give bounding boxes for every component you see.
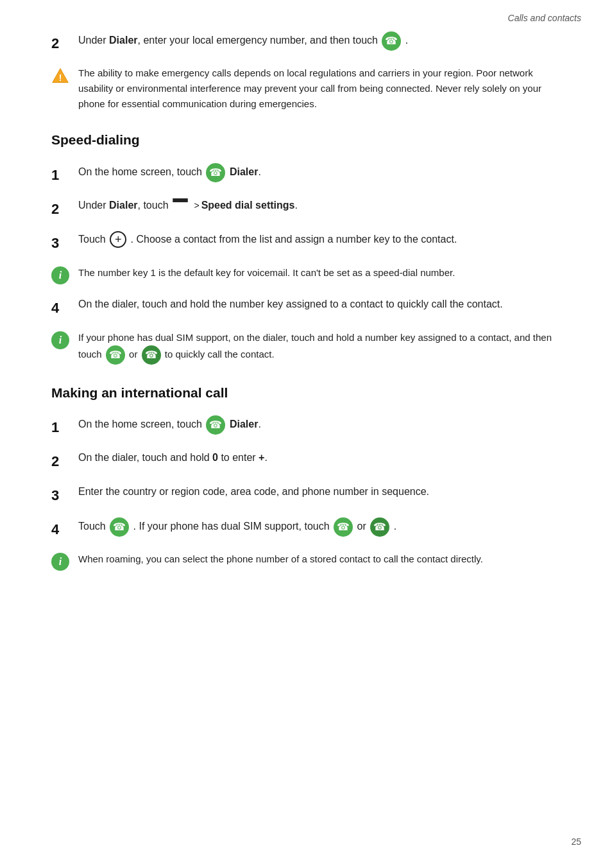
info-icon-1: i xyxy=(51,265,78,284)
plus-circle-icon: + xyxy=(110,231,126,248)
step-number-sd3: 3 xyxy=(51,231,78,254)
international-call-title: Making an international call xyxy=(51,383,567,403)
phone-icon-sd1: ☎ xyxy=(206,163,225,182)
intl-step-4-text: Touch ☎ . If your phone has dual SIM sup… xyxy=(78,517,567,537)
info-circle-icon-intl: i xyxy=(51,553,69,571)
warning-note: ! The ability to make emergency calls de… xyxy=(51,65,567,112)
step-number-intl3: 3 xyxy=(51,483,78,506)
header-text: Calls and contacts xyxy=(508,13,581,23)
warning-triangle-icon: ! xyxy=(51,67,69,85)
phone-icon-intl4a: ☎ xyxy=(110,517,129,537)
intl-step-3-text: Enter the country or region code, area c… xyxy=(78,483,567,500)
speed-dial-step-1-text: On the home screen, touch ☎ Dialer. xyxy=(78,163,567,182)
speed-dial-step-2: 2 Under Dialer, touch >Speed dial settin… xyxy=(51,197,567,220)
info-circle-icon-2: i xyxy=(51,331,69,349)
intl-info-1-text: When roaming, you can select the phone n… xyxy=(78,551,567,567)
speed-dial-step-4: 4 On the dialer, touch and hold the numb… xyxy=(51,296,567,318)
svg-text:!: ! xyxy=(59,73,62,83)
speed-dial-step-3: 3 Touch + . Choose a contact from the li… xyxy=(51,231,567,254)
warning-note-text: The ability to make emergency calls depe… xyxy=(78,65,567,112)
main-content: 2 Under Dialer, enter your local emergen… xyxy=(0,25,612,608)
phone-icon: ☎ xyxy=(382,31,401,51)
intl-step-2-text: On the dialer, touch and hold 0 to enter… xyxy=(78,449,567,466)
step-number-sd2: 2 xyxy=(51,197,78,220)
speed-dial-step-2-text: Under Dialer, touch >Speed dial settings… xyxy=(78,197,567,214)
info-icon-2: i xyxy=(51,330,78,349)
speed-dial-step-1: 1 On the home screen, touch ☎ Dialer. xyxy=(51,163,567,186)
menu-icon xyxy=(173,198,188,213)
intl-step-3: 3 Enter the country or region code, area… xyxy=(51,483,567,506)
speed-dial-info-2-text: If your phone has dual SIM support, on t… xyxy=(78,330,567,365)
step-emergency-2: 2 Under Dialer, enter your local emergen… xyxy=(51,31,567,54)
phone-icon-info2b: ☎ xyxy=(142,345,161,365)
step-number-intl1: 1 xyxy=(51,415,78,438)
step-number-sd4: 4 xyxy=(51,296,78,318)
intl-info-1: i When roaming, you can select the phone… xyxy=(51,551,567,571)
info-circle-icon-1: i xyxy=(51,266,69,284)
step-number-intl2: 2 xyxy=(51,449,78,472)
speed-dial-info-1-text: The number key 1 is the default key for … xyxy=(78,265,567,281)
speed-dialing-title: Speed-dialing xyxy=(51,130,567,150)
phone-icon-intl4b: ☎ xyxy=(334,517,353,537)
page-header: Calls and contacts xyxy=(0,0,612,25)
intl-step-1-text: On the home screen, touch ☎ Dialer. xyxy=(78,415,567,435)
speed-dial-step-4-text: On the dialer, touch and hold the number… xyxy=(78,296,567,313)
step-number-sd1: 1 xyxy=(51,163,78,186)
phone-icon-intl1: ☎ xyxy=(206,415,225,435)
warning-icon: ! xyxy=(51,65,78,85)
speed-dial-step-3-text: Touch + . Choose a contact from the list… xyxy=(78,231,567,248)
speed-dial-info-2: i If your phone has dual SIM support, on… xyxy=(51,330,567,365)
intl-step-1: 1 On the home screen, touch ☎ Dialer. xyxy=(51,415,567,438)
step-number-intl4: 4 xyxy=(51,517,78,540)
page-number: 25 xyxy=(571,835,581,849)
step-number-2: 2 xyxy=(51,31,78,54)
speed-dial-info-1: i The number key 1 is the default key fo… xyxy=(51,265,567,284)
phone-icon-info2a: ☎ xyxy=(106,345,125,365)
info-icon-intl: i xyxy=(51,551,78,571)
step-emergency-2-text: Under Dialer, enter your local emergency… xyxy=(78,31,567,51)
phone-icon-intl4c: ☎ xyxy=(370,517,389,537)
intl-step-2: 2 On the dialer, touch and hold 0 to ent… xyxy=(51,449,567,472)
intl-step-4: 4 Touch ☎ . If your phone has dual SIM s… xyxy=(51,517,567,540)
